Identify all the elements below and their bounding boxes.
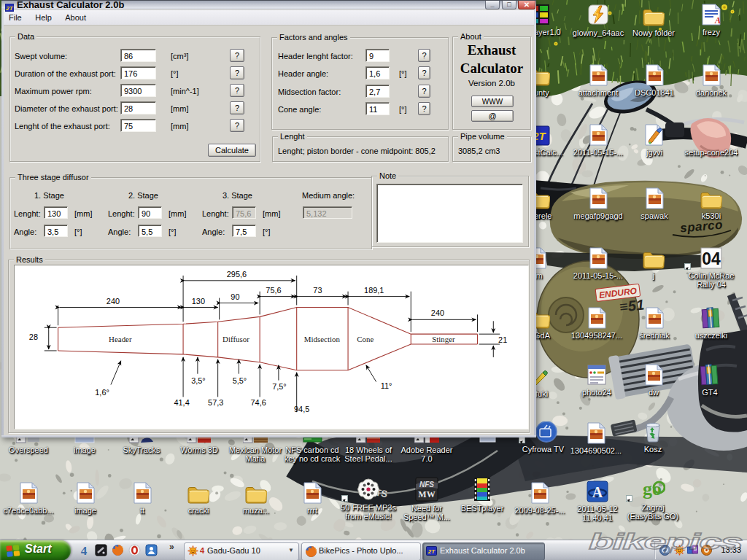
help-button[interactable]: ? (418, 66, 430, 79)
desktop-icon[interactable]: NFSMWNeed forSpeed™ M... (399, 478, 454, 521)
factor-row-field[interactable] (365, 66, 390, 79)
desktop-icon[interactable]: tt (115, 481, 170, 515)
desktop-icon[interactable]: k530i (684, 186, 739, 220)
desktop-icon[interactable]: Worms 3D (168, 437, 231, 454)
desktop-icon[interactable]: photo24 (569, 362, 624, 397)
stage-angle-field[interactable] (44, 225, 68, 237)
desktop-icon[interactable]: 1304690502... (568, 421, 624, 455)
desktop-icon[interactable]: Afrezy (684, 2, 739, 36)
pencil-icon (530, 364, 573, 387)
factor-row-field[interactable] (365, 49, 390, 62)
help-button[interactable]: ? (230, 119, 244, 132)
calculate-button[interactable]: Calculate (208, 144, 256, 157)
group-lenght-label: Lenght (278, 132, 307, 141)
note-textarea[interactable] (376, 184, 523, 243)
desktop-icon-label: Worms 3D (168, 446, 231, 454)
system-tray (0, 540, 747, 560)
desktop-icon[interactable]: Overspeed (0, 437, 60, 454)
image-icon (570, 122, 626, 146)
close-button[interactable]: ✕ (518, 1, 535, 9)
data-row-field[interactable] (120, 101, 156, 114)
tray-gadu-gadu-icon[interactable] (674, 545, 686, 557)
stage-angle-field[interactable] (232, 225, 256, 237)
factor-row-field[interactable] (365, 85, 390, 98)
desktop-icon[interactable]: dw (626, 362, 681, 397)
window-titlebar[interactable]: 2T Exhaust Calculator 2.0b _ □ ✕ (1, 0, 536, 9)
factor-row-field[interactable] (365, 102, 390, 115)
desktop-icon[interactable]: cracki (171, 481, 226, 515)
data-row-field[interactable] (120, 84, 156, 97)
svg-text:21: 21 (498, 335, 507, 344)
desktop-icon[interactable]: BESTplayer (454, 478, 510, 513)
desktop-icon[interactable]: jgvvi (627, 122, 682, 157)
stage-angle-field[interactable] (138, 225, 162, 237)
desktop-icon[interactable]: image (53, 437, 116, 454)
data-row-field[interactable] (120, 66, 156, 79)
mail-button[interactable]: @ (471, 110, 514, 122)
icon-bottom-sliver (395, 437, 458, 443)
stage-mm-unit: [mm] (74, 209, 92, 218)
window-border-bottom (1, 435, 536, 438)
window-border-right (534, 9, 536, 438)
desktop-icon[interactable]: image (58, 481, 113, 515)
data-row-label: Swept volume: (15, 52, 67, 61)
desktop-icon[interactable]: Kosz (625, 419, 681, 454)
data-row-field[interactable] (120, 119, 156, 132)
desktop-icon[interactable]: DSC01841 (627, 63, 682, 97)
desktop-icon[interactable]: muza... (228, 481, 284, 515)
desktop-icon[interactable]: 1304958247... (569, 306, 624, 340)
desktop-icon[interactable]: Adobe Reader7.0 (395, 437, 458, 463)
desktop-icon[interactable]: 2011-05-15-... (570, 122, 626, 157)
image-icon (569, 306, 624, 329)
menu-help[interactable]: Help (30, 10, 57, 22)
stage-lenght-label: Lenght: (202, 209, 229, 218)
stage-lenght-field[interactable] (44, 206, 68, 219)
desktop-icon[interactable]: goZagraj(EasyBits GO) (625, 478, 681, 521)
desktop-icon[interactable]: megafp9gagd (570, 186, 626, 220)
help-button[interactable]: ? (418, 85, 430, 98)
desktop-icon[interactable]: j (626, 246, 681, 280)
desktop-icon[interactable]: setup-cone204 (684, 122, 739, 157)
help-button[interactable]: ? (230, 84, 244, 97)
help-button[interactable]: ? (230, 101, 244, 114)
desktop-icon[interactable]: uszczelki (684, 306, 739, 340)
help-button[interactable]: ? (418, 102, 430, 115)
www-button[interactable]: WWW (471, 96, 514, 107)
desktop-icon[interactable]: Mexican MotorMafia (224, 437, 287, 463)
stage-lenght-field[interactable] (138, 206, 162, 219)
desktop-icon[interactable]: A2011-05-1211.40.41 (570, 479, 625, 522)
desktop-icon[interactable]: NFS carbon cdkey no cd crack (281, 437, 344, 463)
desktop-icon[interactable]: średniak (627, 306, 682, 340)
desktop-icon[interactable]: 2011-05-15-... (570, 246, 626, 280)
menu-about[interactable]: About (60, 10, 91, 22)
desktop-icon[interactable]: fuki (530, 364, 573, 398)
data-row-field[interactable] (120, 49, 156, 62)
desktop-icon[interactable]: 2009-08-25-... (512, 481, 568, 515)
desktop-icon[interactable]: attachment (570, 63, 626, 97)
desktop-icon[interactable]: rrrt (285, 481, 340, 515)
tray-usb-device-icon[interactable] (687, 545, 700, 557)
desktop-icon[interactable]: Nowy folder (626, 3, 681, 37)
desktop-icon[interactable]: 04Colin McRaeRally 04 (684, 246, 739, 289)
desktop-icon[interactable]: SkyTracks (110, 437, 173, 454)
medium-angle-field[interactable] (303, 206, 352, 219)
help-button[interactable]: ? (230, 49, 244, 62)
desktop-icon[interactable]: spawak (627, 186, 682, 220)
help-button[interactable]: ? (418, 49, 430, 62)
shortcut-arrow-icon (684, 263, 691, 270)
factor-row-label: Cone angle: (278, 105, 321, 114)
tray-updater-icon[interactable] (701, 545, 713, 557)
stage-lenght-field[interactable] (232, 206, 256, 219)
desktop-icon[interactable]: 18 Wheels ofSteel Pedal... (337, 437, 400, 463)
about-app-name-2: Calculator (452, 61, 531, 76)
desktop-icon[interactable]: c7edce0abb... (1, 481, 56, 515)
minimize-button[interactable]: _ (485, 1, 500, 9)
desktop-icon[interactable]: GT4 (682, 362, 738, 397)
tray-easybits-icon[interactable] (659, 545, 672, 557)
app-window-exhaust-calculator: 2T Exhaust Calculator 2.0b _ □ ✕ File He… (1, 0, 536, 438)
help-button[interactable]: ? (230, 66, 244, 79)
maximize-button[interactable]: □ (502, 1, 516, 9)
desktop-icon[interactable]: 50 FREE MP3sfrom eMusic! (341, 478, 396, 521)
desktop-icon[interactable]: danonek (684, 63, 739, 97)
desktop-icon[interactable]: glowny_64aac (570, 3, 626, 37)
